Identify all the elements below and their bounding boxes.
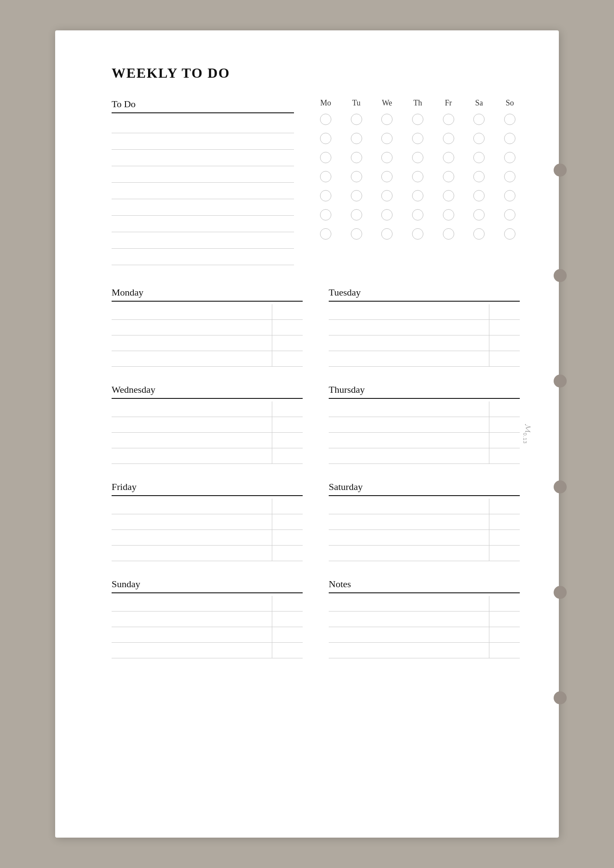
day-line[interactable]	[112, 433, 303, 448]
checkbox[interactable]	[440, 168, 457, 185]
checkbox[interactable]	[317, 130, 334, 147]
checkbox[interactable]	[409, 149, 426, 166]
todo-line[interactable]	[112, 133, 294, 150]
todo-line[interactable]	[112, 216, 294, 232]
checkbox[interactable]	[317, 168, 334, 185]
day-line[interactable]	[112, 335, 303, 351]
day-line[interactable]	[329, 335, 520, 351]
checkbox[interactable]	[471, 207, 487, 223]
day-line[interactable]	[329, 433, 520, 448]
day-line[interactable]	[329, 530, 520, 546]
days-grid: Monday Tuesday W	[112, 287, 520, 676]
ring-dot	[554, 164, 567, 177]
checkbox[interactable]	[379, 187, 395, 204]
checkbox[interactable]	[409, 187, 426, 204]
checkbox[interactable]	[440, 207, 457, 223]
todo-list-section: To Do	[112, 99, 294, 265]
checkbox[interactable]	[348, 111, 365, 128]
day-line[interactable]	[112, 596, 303, 612]
day-line[interactable]	[329, 417, 520, 433]
checkbox[interactable]	[502, 187, 518, 204]
todo-line[interactable]	[112, 232, 294, 249]
checkbox[interactable]	[379, 207, 395, 223]
checkbox[interactable]	[317, 207, 334, 223]
checkbox[interactable]	[348, 168, 365, 185]
page-wrapper: 𝓜0.13 WEEKLY TO DO To Do	[0, 0, 614, 868]
checkbox[interactable]	[502, 226, 518, 242]
day-line[interactable]	[112, 320, 303, 335]
day-line[interactable]	[329, 627, 520, 643]
day-line[interactable]	[329, 612, 520, 627]
checkbox[interactable]	[502, 130, 518, 147]
day-line[interactable]	[329, 643, 520, 658]
checkbox[interactable]	[409, 168, 426, 185]
top-section: To Do Mo Tu We	[112, 99, 520, 265]
ring-dot	[554, 480, 567, 493]
day-line[interactable]	[112, 351, 303, 367]
day-line[interactable]	[112, 546, 303, 561]
day-line[interactable]	[112, 401, 303, 417]
day-line[interactable]	[112, 530, 303, 546]
day-line[interactable]	[329, 351, 520, 367]
checkbox[interactable]	[471, 187, 487, 204]
checkbox[interactable]	[409, 207, 426, 223]
checkbox[interactable]	[379, 149, 395, 166]
todo-line[interactable]	[112, 150, 294, 166]
todo-line[interactable]	[112, 117, 294, 133]
day-line[interactable]	[112, 643, 303, 658]
checkbox[interactable]	[409, 111, 426, 128]
day-line[interactable]	[329, 448, 520, 464]
todo-line[interactable]	[112, 166, 294, 183]
day-line[interactable]	[329, 401, 520, 417]
checkbox[interactable]	[471, 149, 487, 166]
day-line[interactable]	[329, 514, 520, 530]
checkbox[interactable]	[471, 111, 487, 128]
day-line[interactable]	[112, 514, 303, 530]
checkbox[interactable]	[348, 149, 365, 166]
checkbox[interactable]	[348, 226, 365, 242]
checkbox[interactable]	[440, 130, 457, 147]
day-line[interactable]	[329, 320, 520, 335]
checkbox[interactable]	[348, 130, 365, 147]
day-header-th: Th	[409, 99, 426, 108]
day-line[interactable]	[112, 499, 303, 514]
checkbox[interactable]	[317, 187, 334, 204]
checkbox[interactable]	[317, 226, 334, 242]
checkbox[interactable]	[409, 130, 426, 147]
checkbox[interactable]	[440, 149, 457, 166]
checkbox[interactable]	[317, 111, 334, 128]
ring-dots	[554, 30, 567, 838]
todo-line[interactable]	[112, 183, 294, 199]
checkbox[interactable]	[471, 130, 487, 147]
day-line[interactable]	[329, 546, 520, 561]
day-line[interactable]	[112, 627, 303, 643]
todo-line[interactable]	[112, 199, 294, 216]
day-line[interactable]	[329, 304, 520, 320]
checkbox[interactable]	[379, 168, 395, 185]
day-line[interactable]	[329, 499, 520, 514]
day-header-we: We	[379, 99, 395, 108]
checkbox[interactable]	[379, 130, 395, 147]
day-line[interactable]	[112, 448, 303, 464]
day-line[interactable]	[329, 596, 520, 612]
checkbox[interactable]	[440, 187, 457, 204]
checkbox[interactable]	[471, 226, 487, 242]
checkbox[interactable]	[440, 111, 457, 128]
checkbox[interactable]	[379, 226, 395, 242]
checkbox[interactable]	[348, 187, 365, 204]
checkbox[interactable]	[502, 111, 518, 128]
friday-lines	[112, 499, 303, 561]
checkbox[interactable]	[379, 111, 395, 128]
checkbox[interactable]	[502, 168, 518, 185]
checkbox[interactable]	[502, 149, 518, 166]
day-line[interactable]	[112, 417, 303, 433]
checkbox[interactable]	[471, 168, 487, 185]
checkbox[interactable]	[502, 207, 518, 223]
checkbox[interactable]	[440, 226, 457, 242]
checkbox[interactable]	[317, 149, 334, 166]
day-line[interactable]	[112, 304, 303, 320]
todo-line[interactable]	[112, 249, 294, 265]
checkbox[interactable]	[348, 207, 365, 223]
day-line[interactable]	[112, 612, 303, 627]
checkbox[interactable]	[409, 226, 426, 242]
